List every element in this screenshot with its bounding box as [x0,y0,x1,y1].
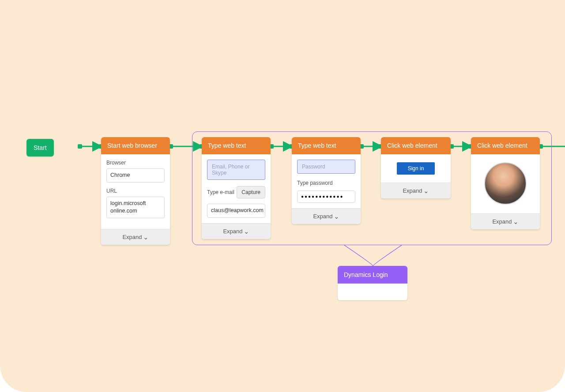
expand-label: Expand [122,234,142,240]
field-label-type-email: Type e-mail [207,189,234,195]
card-type-password[interactable]: Type web text Password Type password ●●●… [292,137,361,224]
expand-label: Expand [223,228,242,235]
preview-password-input: Password [297,160,355,174]
chevron-down-icon: ⌄ [143,234,149,240]
avatar-preview [484,162,527,205]
chevron-down-icon: ⌄ [244,228,249,235]
chevron-down-icon: ⌄ [423,187,429,194]
card-title: Click web element [471,137,540,154]
chevron-down-icon: ⌄ [513,218,519,225]
expand-button[interactable]: Expand⌄ [292,208,361,224]
preview-email-input: Email, Phone or Skype [207,160,265,180]
preview-signin-button: Sign in [397,162,435,175]
expand-label: Expand [492,218,512,225]
subflow-body [338,284,407,300]
field-label-browser: Browser [106,160,165,166]
field-value-url[interactable]: login.microsoft online.com [106,197,165,218]
field-value-browser[interactable]: Chrome [106,168,165,183]
card-click-signin[interactable]: Click web element Sign in Expand⌄ [381,137,451,198]
diagram-canvas[interactable]: Start Start web browser Browser Chrome U… [0,0,565,392]
subflow-dynamics-login[interactable]: Dynamics Login [338,266,407,300]
start-node[interactable]: Start [26,139,54,157]
subflow-title: Dynamics Login [338,266,407,284]
card-start-web-browser[interactable]: Start web browser Browser Chrome URL log… [101,137,170,245]
start-node-label: Start [34,144,47,151]
chevron-down-icon: ⌄ [334,213,339,220]
card-title: Start web browser [101,137,170,154]
expand-button[interactable]: Expand⌄ [381,183,451,198]
card-title: Type web text [202,137,271,154]
field-label-type-password: Type password [297,180,355,186]
expand-button[interactable]: Expand⌄ [101,229,170,245]
card-type-email[interactable]: Type web text Email, Phone or Skype Type… [202,137,271,239]
expand-label: Expand [403,187,422,194]
card-title: Type web text [292,137,361,154]
field-value-password[interactable]: ●●●●●●●●●●●● [297,190,355,203]
field-label-url: URL [106,188,165,194]
capture-button[interactable]: Capture [237,186,265,198]
expand-button[interactable]: Expand⌄ [471,213,540,229]
card-title: Click web element [381,137,451,154]
expand-button[interactable]: Expand⌄ [202,223,271,239]
card-click-avatar[interactable]: Click web element Expand⌄ [471,137,540,229]
field-value-email[interactable]: claus@leapwork.com [207,204,265,218]
expand-label: Expand [313,213,332,220]
